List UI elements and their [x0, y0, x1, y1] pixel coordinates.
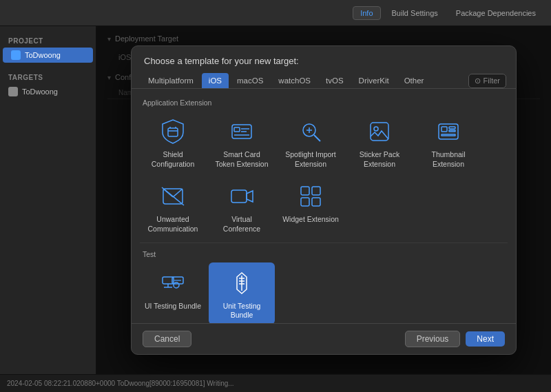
top-bar: Info Build Settings Package Dependencies [0, 0, 551, 26]
sidebar-item-targets-todwoong[interactable]: ToDwoong [0, 84, 96, 99]
tab-macos[interactable]: macOS [230, 73, 270, 88]
project-section-label: PROJECT [0, 33, 96, 48]
template-unit-testing[interactable]: Unit TestingBundle [209, 262, 275, 323]
template-thumbnail[interactable]: ThumbnailExtension [415, 111, 481, 173]
tab-multiplatform[interactable]: Multiplatform [141, 73, 200, 88]
tab-package-dependencies[interactable]: Package Dependencies [449, 7, 543, 19]
modal-footer: Cancel Previous Next [132, 323, 516, 354]
spotlight-label: Spotlight ImportExtension [285, 150, 336, 169]
targets-section-label: TARGETS [0, 70, 96, 84]
test-section-label: Test [132, 247, 516, 262]
svg-rect-26 [312, 187, 320, 195]
svg-rect-19 [441, 134, 455, 136]
smart-card-label: Smart CardToken Extension [215, 150, 268, 169]
widget-extension-icon [295, 181, 326, 212]
app-extension-grid: ShieldConfiguration [132, 111, 516, 238]
thumbnail-label: ThumbnailExtension [431, 150, 465, 169]
svg-rect-18 [449, 130, 455, 132]
status-bar: 2024-02-05 08:22:21.020880+0000 ToDwoong… [0, 374, 551, 392]
cancel-button[interactable]: Cancel [143, 331, 191, 347]
status-text: 2024-02-05 08:22:21.020880+0000 ToDwoong… [7, 380, 234, 387]
svg-point-32 [174, 282, 179, 288]
svg-rect-27 [301, 198, 309, 206]
template-shield-configuration[interactable]: ShieldConfiguration [140, 111, 206, 173]
app-extension-section-label: Application Extension [132, 96, 516, 111]
test-grid: UI Testing Bundle [132, 262, 516, 323]
tab-tvos[interactable]: tvOS [319, 73, 351, 88]
svg-rect-25 [301, 187, 309, 195]
sticker-pack-icon [364, 116, 395, 147]
svg-rect-17 [449, 127, 455, 129]
shield-configuration-label: ShieldConfiguration [152, 150, 194, 169]
ui-testing-icon [158, 268, 188, 298]
template-modal: Choose a template for your new target: M… [131, 45, 517, 355]
shield-configuration-icon [158, 116, 188, 147]
ui-testing-label: UI Testing Bundle [145, 302, 201, 311]
sticker-pack-label: Sticker PackExtension [360, 150, 399, 169]
tab-driverkit[interactable]: DriverKit [352, 73, 396, 88]
svg-rect-24 [231, 190, 247, 203]
project-icon [11, 50, 21, 60]
svg-point-14 [374, 127, 378, 131]
svg-rect-5 [234, 127, 240, 132]
svg-rect-13 [371, 123, 388, 141]
template-ui-testing[interactable]: UI Testing Bundle [140, 262, 206, 323]
svg-rect-16 [441, 127, 447, 132]
virtual-conference-label: VirtualConference [223, 215, 260, 234]
modal-tabs: Multiplatform iOS macOS watchOS tvOS Dri… [132, 73, 516, 89]
divider-1 [140, 243, 508, 243]
svg-line-10 [314, 135, 320, 141]
tab-info[interactable]: Info [353, 6, 380, 20]
tab-watchos[interactable]: watchOS [271, 73, 318, 88]
template-spotlight[interactable]: Spotlight ImportExtension [278, 111, 344, 173]
unit-testing-icon [227, 268, 257, 298]
thumbnail-icon [433, 116, 464, 147]
tab-other[interactable]: Other [397, 73, 431, 88]
target-icon [8, 87, 18, 96]
template-virtual-conference[interactable]: VirtualConference [209, 176, 275, 238]
smart-card-icon [227, 116, 257, 147]
svg-rect-28 [312, 198, 320, 206]
filter-placeholder: Filter [484, 76, 500, 85]
template-widget-extension[interactable]: Widget Extension [278, 176, 344, 238]
virtual-conference-icon [227, 181, 257, 212]
modal-overlay: Choose a template for your new target: M… [96, 26, 551, 374]
project-item-label: ToDwoong [25, 51, 61, 59]
svg-line-22 [173, 189, 183, 197]
unwanted-communication-label: UnwantedCommunication [148, 215, 198, 234]
unit-testing-label: Unit TestingBundle [223, 302, 261, 320]
template-smart-card[interactable]: Smart CardToken Extension [209, 111, 275, 173]
content-area: ▾ Deployment Target iOS Deployment Targe… [96, 26, 551, 374]
modal-title: Choose a template for your new target: [132, 46, 516, 73]
main-layout: PROJECT ToDwoong TARGETS ToDwoong ▾ Depl… [0, 26, 551, 374]
filter-input[interactable]: ⊙ Filter [468, 74, 506, 88]
template-unwanted-communication[interactable]: UnwantedCommunication [140, 176, 206, 238]
tab-build-settings[interactable]: Build Settings [385, 7, 445, 19]
template-sticker-pack[interactable]: Sticker PackExtension [346, 111, 413, 173]
unwanted-communication-icon [158, 181, 188, 212]
previous-button[interactable]: Previous [405, 331, 461, 347]
svg-rect-0 [168, 128, 178, 136]
search-icon: ⊙ [475, 76, 481, 85]
widget-extension-label: Widget Extension [282, 215, 339, 225]
sidebar-item-project-todwoong[interactable]: ToDwoong [3, 48, 93, 63]
tab-ios[interactable]: iOS [202, 73, 229, 88]
next-button[interactable]: Next [466, 331, 505, 347]
modal-body: Application Extension [132, 89, 516, 323]
spotlight-icon [295, 116, 326, 147]
sidebar: PROJECT ToDwoong TARGETS ToDwoong [0, 26, 96, 374]
targets-item-label: ToDwoong [22, 87, 58, 96]
